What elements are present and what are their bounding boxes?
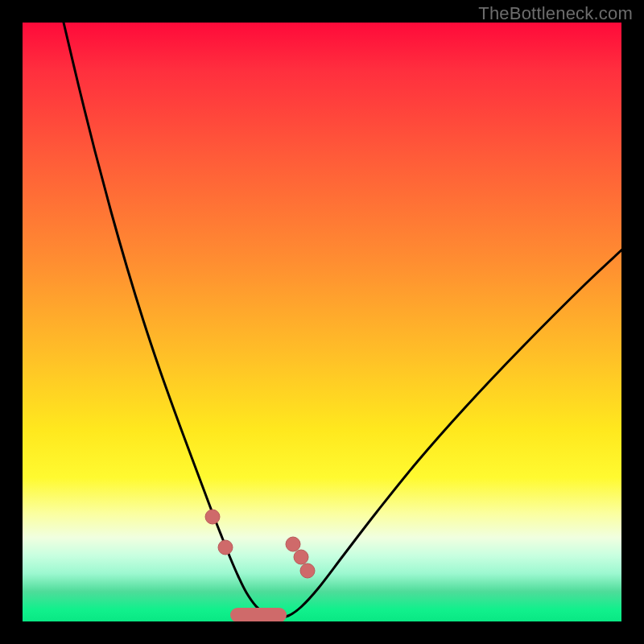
highlight-markers: [205, 510, 315, 578]
marker-dot: [300, 564, 315, 578]
highlight-band: [230, 608, 287, 621]
bottleneck-curve: [64, 23, 621, 617]
marker-dot: [205, 510, 220, 524]
plot-area: [23, 23, 621, 621]
highlight-band-rect: [230, 608, 287, 621]
chart-svg: [23, 23, 621, 621]
marker-dot: [294, 550, 308, 564]
marker-dot: [218, 540, 233, 555]
page-frame: TheBottleneck.com: [0, 0, 644, 644]
marker-dot: [286, 537, 300, 551]
watermark-text: TheBottleneck.com: [478, 3, 633, 24]
